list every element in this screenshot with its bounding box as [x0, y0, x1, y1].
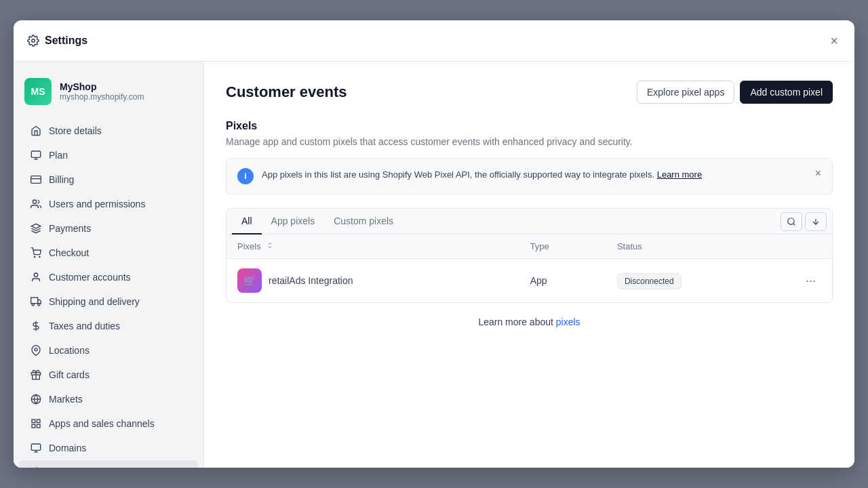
sidebar-item-plan[interactable]: Plan [19, 143, 198, 167]
svg-point-13 [38, 304, 40, 306]
svg-point-6 [33, 200, 36, 203]
svg-rect-10 [31, 298, 38, 304]
settings-modal: Settings × MS MyShop myshop.myshopify.co… [14, 20, 854, 468]
settings-icon [27, 35, 39, 47]
section-desc: Manage app and custom pixels that access… [226, 136, 833, 147]
svg-rect-21 [37, 420, 40, 423]
page-title: Customer events [226, 83, 347, 101]
sidebar-item-payments[interactable]: Payments [19, 216, 198, 241]
svg-rect-23 [32, 424, 35, 428]
svg-point-12 [32, 304, 34, 306]
pixel-status-cell: Disconnected [606, 259, 789, 303]
col-type: Type [519, 235, 606, 259]
tab-all[interactable]: All [232, 209, 262, 235]
tab-custom-pixels[interactable]: Custom pixels [324, 209, 403, 235]
pixel-name-cell: 🛒 retailAds Integration [226, 259, 519, 303]
svg-marker-11 [38, 300, 41, 303]
sidebar-item-locations[interactable]: Locations [19, 338, 198, 363]
pixel-type: App [519, 259, 606, 303]
sidebar-label-customer-accounts: Customer accounts [49, 272, 131, 283]
tab-actions [781, 212, 827, 231]
svg-rect-22 [37, 424, 40, 428]
banner-close-button[interactable]: × [815, 168, 821, 179]
sidebar-label-apps: Apps and sales channels [49, 418, 155, 429]
svg-point-29 [788, 218, 794, 224]
pixel-logo: 🛒 [237, 268, 262, 293]
svg-point-7 [34, 256, 35, 257]
banner-text: App pixels in this list are using Shopif… [262, 168, 807, 182]
svg-line-30 [793, 223, 795, 225]
svg-point-0 [32, 39, 35, 43]
info-icon: i [237, 168, 254, 184]
sidebar-item-customer-accounts[interactable]: Customer accounts [19, 265, 198, 289]
sidebar-item-customer-events[interactable]: Customer events [19, 460, 198, 468]
sidebar-item-billing[interactable]: Billing [19, 167, 198, 192]
store-url: myshop.myshopify.com [60, 92, 144, 102]
sidebar-label-shipping: Shipping and delivery [49, 296, 140, 307]
status-badge: Disconnected [617, 273, 682, 289]
more-options-button[interactable]: ··· [800, 271, 821, 291]
sidebar-item-markets[interactable]: Markets [19, 387, 198, 411]
tabs-bar: All App pixels Custom pixels [226, 208, 833, 235]
sidebar-item-apps-sales-channels[interactable]: Apps and sales channels [19, 411, 198, 436]
pixel-actions-cell: ··· [789, 259, 832, 303]
pixel-name: retailAds Integration [269, 275, 353, 286]
gift-cards-icon [30, 369, 42, 381]
customer-events-icon [30, 466, 42, 468]
col-status: Status [606, 235, 789, 259]
banner-learn-more-link[interactable]: Learn more [657, 169, 702, 180]
svg-rect-24 [31, 444, 40, 450]
explore-pixel-apps-button[interactable]: Explore pixel apps [637, 81, 734, 104]
locations-icon [30, 344, 42, 357]
domains-icon [30, 442, 42, 454]
sidebar-label-gift-cards: Gift cards [49, 369, 90, 380]
billing-icon [30, 174, 42, 186]
tab-app-pixels[interactable]: App pixels [262, 209, 325, 235]
modal-overlay: Settings × MS MyShop myshop.myshopify.co… [0, 0, 868, 488]
pixels-section: Pixels Manage app and custom pixels that… [226, 120, 833, 341]
sidebar-item-domains[interactable]: Domains [19, 436, 198, 460]
sidebar-item-gift-cards[interactable]: Gift cards [19, 363, 198, 387]
customer-accounts-icon [30, 271, 42, 283]
store-name: MyShop [60, 81, 144, 92]
store-avatar: MS [24, 78, 52, 105]
sidebar: MS MyShop myshop.myshopify.com Store det… [14, 62, 203, 468]
sidebar-label-billing: Billing [49, 174, 74, 185]
pixels-link[interactable]: pixels [556, 317, 580, 327]
sidebar-item-users-permissions[interactable]: Users and permissions [19, 192, 198, 216]
modal-header-left: Settings [27, 35, 87, 47]
users-icon [30, 198, 42, 210]
page-header: Customer events Explore pixel apps Add c… [226, 81, 833, 104]
store-info: MS MyShop myshop.myshopify.com [14, 73, 203, 119]
sidebar-item-taxes-duties[interactable]: Taxes and duties [19, 314, 198, 338]
svg-rect-20 [32, 420, 35, 423]
payments-icon [30, 222, 42, 235]
tab-buttons: All App pixels Custom pixels [232, 209, 781, 234]
svg-point-8 [39, 256, 40, 257]
info-banner: i App pixels in this list are using Shop… [226, 158, 833, 195]
sidebar-label-users: Users and permissions [49, 199, 145, 209]
svg-rect-4 [31, 176, 41, 184]
col-pixels: Pixels [226, 235, 519, 259]
section-title: Pixels [226, 120, 833, 132]
sidebar-item-shipping-delivery[interactable]: Shipping and delivery [19, 289, 198, 314]
modal-header: Settings × [14, 20, 854, 62]
checkout-icon [30, 247, 42, 259]
store-icon [30, 125, 42, 137]
sidebar-label-markets: Markets [49, 394, 83, 405]
close-button[interactable]: × [827, 31, 841, 50]
apps-icon [30, 418, 42, 430]
modal-title: Settings [45, 35, 87, 47]
table-row: 🛒 retailAds Integration App Disconnected [226, 259, 832, 303]
sidebar-item-checkout[interactable]: Checkout [19, 241, 198, 265]
pixels-sort-icon[interactable] [266, 241, 274, 249]
shipping-icon [30, 296, 42, 308]
sort-button[interactable] [805, 212, 827, 231]
sidebar-item-store-details[interactable]: Store details [19, 119, 198, 143]
sidebar-label-domains: Domains [49, 443, 86, 453]
search-button[interactable] [781, 212, 802, 231]
plan-icon [30, 149, 42, 161]
sidebar-label-store-details: Store details [49, 125, 102, 136]
add-custom-pixel-button[interactable]: Add custom pixel [740, 81, 833, 104]
sidebar-label-payments: Payments [49, 223, 91, 234]
